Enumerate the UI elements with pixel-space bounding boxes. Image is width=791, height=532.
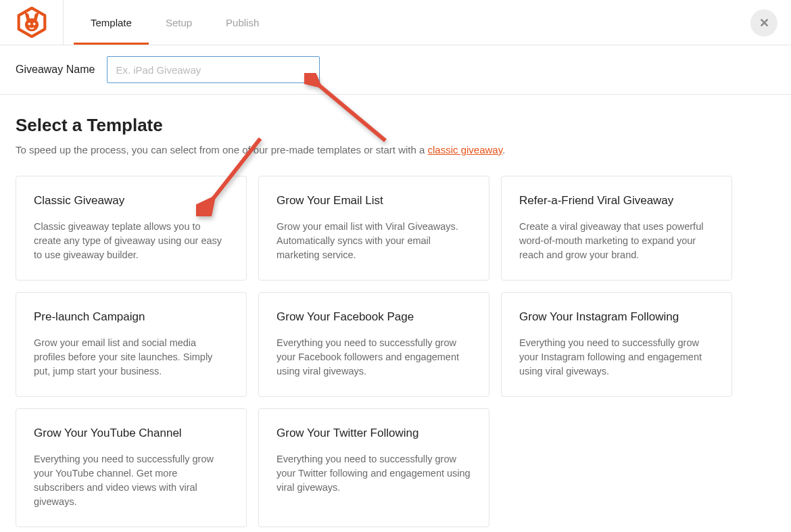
card-title: Grow Your Email List <box>277 194 471 208</box>
intro-suffix: . <box>502 144 505 155</box>
card-title: Pre-launch Campaign <box>34 310 229 324</box>
card-title: Grow Your Instagram Following <box>519 310 714 324</box>
card-title: Classic Giveaway <box>34 194 229 208</box>
card-desc: Everything you need to successfully grow… <box>34 452 229 509</box>
template-card-twitter[interactable]: Grow Your Twitter Following Everything y… <box>258 408 489 527</box>
template-card-refer-a-friend[interactable]: Refer-a-Friend Viral Giveaway Create a v… <box>501 176 732 281</box>
svg-point-2 <box>28 22 30 25</box>
card-title: Grow Your Twitter Following <box>277 427 471 440</box>
template-card-classic-giveaway[interactable]: Classic Giveaway Classic giveaway teplat… <box>16 176 247 281</box>
giveaway-name-input[interactable] <box>107 56 320 83</box>
template-card-pre-launch[interactable]: Pre-launch Campaign Grow your email list… <box>16 292 247 397</box>
giveaway-name-bar: Giveaway Name <box>0 45 791 95</box>
tab-label: Publish <box>226 17 259 28</box>
card-title: Grow Your YouTube Channel <box>34 427 229 440</box>
classic-giveaway-link[interactable]: classic giveaway <box>427 144 502 155</box>
template-card-grow-email-list[interactable]: Grow Your Email List Grow your email lis… <box>258 176 489 281</box>
content-area: Select a Template To speed up the proces… <box>0 95 791 527</box>
templates-grid: Classic Giveaway Classic giveaway teplat… <box>16 176 775 527</box>
card-title: Refer-a-Friend Viral Giveaway <box>519 194 714 208</box>
giveaway-name-label: Giveaway Name <box>16 64 95 76</box>
card-desc: Classic giveaway teplate allows you to c… <box>34 220 229 262</box>
tab-label: Setup <box>166 17 192 28</box>
section-title: Select a Template <box>16 115 775 136</box>
template-card-instagram[interactable]: Grow Your Instagram Following Everything… <box>501 292 732 397</box>
tab-publish[interactable]: Publish <box>209 0 276 45</box>
tab-label: Template <box>91 17 132 28</box>
template-card-youtube[interactable]: Grow Your YouTube Channel Everything you… <box>16 408 247 527</box>
tab-setup[interactable]: Setup <box>149 0 209 45</box>
card-desc: Create a viral giveaway that uses powerf… <box>519 220 714 262</box>
card-title: Grow Your Facebook Page <box>277 310 471 324</box>
close-button[interactable]: ✕ <box>750 9 777 37</box>
intro-prefix: To speed up the process, you can select … <box>16 144 427 155</box>
card-desc: Everything you need to successfully grow… <box>519 336 714 379</box>
logo-wrap <box>0 0 64 45</box>
tab-template[interactable]: Template <box>74 0 149 45</box>
card-desc: Grow your email list with Viral Giveaway… <box>277 220 471 262</box>
logo-icon <box>16 7 47 38</box>
top-bar: Template Setup Publish ✕ <box>0 0 791 45</box>
header-tabs: Template Setup Publish <box>74 0 276 45</box>
svg-point-3 <box>32 22 35 25</box>
close-icon: ✕ <box>759 16 769 30</box>
card-desc: Grow your email list and social media pr… <box>34 336 229 379</box>
card-desc: Everything you need to successfully grow… <box>277 452 471 495</box>
card-desc: Everything you need to successfully grow… <box>277 336 471 379</box>
intro-text: To speed up the process, you can select … <box>16 144 775 155</box>
template-card-facebook[interactable]: Grow Your Facebook Page Everything you n… <box>258 292 489 397</box>
